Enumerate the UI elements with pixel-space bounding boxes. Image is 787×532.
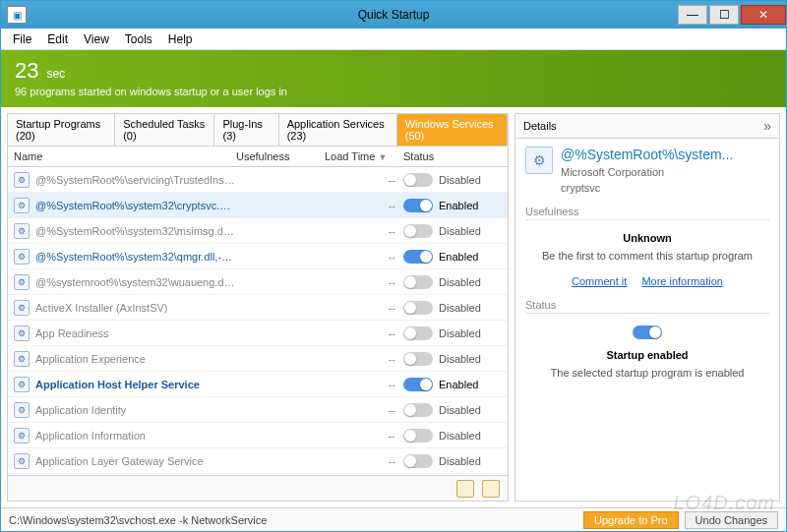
table-row[interactable]: ⚙Application Layer Gateway Service--Disa… (8, 448, 508, 474)
service-list[interactable]: ⚙@%SystemRoot%\servicing\TrustedInstalle… (8, 167, 508, 475)
status-toggle[interactable] (403, 403, 433, 417)
more-info-link[interactable]: More information (641, 275, 723, 287)
status-toggle[interactable] (403, 250, 433, 264)
status-text: Disabled (439, 404, 481, 416)
tab-4[interactable]: Windows Services (50) (397, 114, 508, 146)
row-status: Enabled (403, 250, 502, 264)
row-name: @%SystemRoot%\system32\qmgr.dll,-1000 (35, 251, 236, 263)
table-row[interactable]: ⚙@%SystemRoot%\system32\cryptsvc.dll,-1.… (8, 193, 508, 218)
status-toggle[interactable] (403, 301, 433, 315)
status-toggle[interactable] (403, 429, 433, 443)
table-row[interactable]: ⚙Application Host Helper Service--Enable… (8, 372, 508, 397)
status-text: Enabled (439, 379, 478, 390)
row-loadtime: -- (325, 327, 403, 339)
usefulness-desc: Be the first to comment this startup pro… (525, 250, 769, 262)
tab-2[interactable]: Plug-Ins (3) (214, 114, 278, 146)
status-section-label: Status (525, 299, 769, 314)
menu-edit[interactable]: Edit (39, 30, 76, 48)
seconds-value: 23 (15, 58, 38, 83)
row-status: Enabled (403, 199, 502, 212)
menu-file[interactable]: File (5, 30, 39, 48)
details-status-toggle[interactable] (633, 325, 662, 339)
refresh-icon[interactable] (456, 480, 474, 498)
table-row[interactable]: ⚙ActiveX Installer (AxInstSV)--Disabled (8, 295, 508, 321)
status-toggle[interactable] (403, 378, 433, 391)
seconds-unit: sec (47, 67, 66, 81)
col-name[interactable]: Name (14, 150, 236, 162)
status-toggle[interactable] (403, 326, 433, 340)
tab-1[interactable]: Scheduled Tasks (0) (115, 114, 214, 146)
row-name: @%systemroot%\system32\wuaueng.dll,-105 (35, 276, 236, 288)
table-row[interactable]: ⚙Application Experience--Disabled (8, 346, 508, 372)
row-name: App Readiness (35, 327, 236, 339)
startup-seconds: 23 sec (15, 60, 772, 82)
details-header-label: Details (523, 120, 557, 132)
menu-tools[interactable]: Tools (117, 30, 160, 48)
service-icon: ⚙ (525, 147, 553, 174)
status-desc: The selected startup program is enabled (525, 367, 769, 379)
details-panel: Details » ⚙ @%SystemRoot%\system... Micr… (515, 113, 780, 502)
row-name: Application Experience (35, 353, 236, 365)
minimize-button[interactable]: — (678, 5, 707, 25)
comment-link[interactable]: Comment it (572, 275, 627, 287)
upgrade-button[interactable]: Upgrade to Pro (583, 511, 679, 529)
row-status: Disabled (403, 326, 502, 340)
window-controls: — ☐ ✕ (676, 5, 786, 25)
sort-arrow-icon: ▼ (378, 152, 387, 162)
row-loadtime: -- (325, 379, 403, 390)
status-text: Disabled (439, 225, 481, 237)
list-footer (8, 475, 508, 501)
close-button[interactable]: ✕ (741, 5, 786, 25)
table-row[interactable]: ⚙@%systemroot%\system32\wuaueng.dll,-105… (8, 269, 508, 295)
undo-button[interactable]: Undo Changes (685, 511, 778, 529)
menu-help[interactable]: Help (160, 30, 201, 48)
menu-view[interactable]: View (76, 30, 117, 48)
service-item-icon: ⚙ (14, 223, 30, 239)
service-item-icon: ⚙ (14, 198, 30, 213)
window-title: Quick Startup (1, 8, 786, 22)
summary-banner: 23 sec 96 programs started on windows st… (1, 50, 786, 107)
table-row[interactable]: ⚙@%SystemRoot%\system32\msimsg.dll,-27--… (8, 218, 508, 244)
maximize-button[interactable]: ☐ (709, 5, 739, 25)
table-row[interactable]: ⚙@%SystemRoot%\servicing\TrustedInstalle… (8, 167, 508, 193)
summary-subtitle: 96 programs started on windows startup o… (15, 86, 772, 97)
expand-icon[interactable]: » (763, 118, 771, 134)
tab-0[interactable]: Startup Programs (20) (8, 114, 115, 146)
status-text: Disabled (439, 276, 481, 288)
list-panel: Startup Programs (20)Scheduled Tasks (0)… (7, 113, 509, 502)
col-status[interactable]: Status (403, 150, 502, 162)
details-vendor: Microsoft Corporation (561, 166, 769, 178)
content-area: Startup Programs (20)Scheduled Tasks (0)… (1, 107, 786, 507)
row-name: @%SystemRoot%\system32\cryptsvc.dll,-1..… (35, 200, 236, 211)
row-loadtime: -- (325, 430, 403, 442)
row-name: Application Identity (35, 404, 236, 416)
status-path: C:\Windows\system32\svchost.exe -k Netwo… (9, 514, 267, 526)
status-text: Disabled (439, 430, 481, 442)
status-toggle[interactable] (403, 352, 433, 366)
table-row[interactable]: ⚙App Readiness--Disabled (8, 321, 508, 346)
row-loadtime: -- (325, 200, 403, 211)
col-usefulness[interactable]: Usefulness (236, 150, 325, 162)
status-toggle[interactable] (403, 224, 433, 238)
service-item-icon: ⚙ (14, 351, 30, 367)
row-loadtime: -- (325, 353, 403, 365)
status-toggle[interactable] (403, 199, 433, 212)
service-item-icon: ⚙ (14, 428, 30, 443)
status-toggle[interactable] (403, 454, 433, 468)
row-name: @%SystemRoot%\system32\msimsg.dll,-27 (35, 225, 236, 237)
table-row[interactable]: ⚙Application Information--Disabled (8, 423, 508, 448)
row-status: Disabled (403, 301, 502, 315)
tab-3[interactable]: Application Services (23) (279, 114, 397, 146)
status-text: Enabled (439, 251, 478, 263)
row-name: @%SystemRoot%\servicing\TrustedInstaller… (35, 174, 236, 186)
status-toggle[interactable] (403, 275, 433, 289)
col-loadtime[interactable]: Load Time ▼ (325, 150, 403, 162)
status-toggle[interactable] (403, 173, 433, 187)
row-status: Disabled (403, 454, 502, 468)
row-name: Application Host Helper Service (35, 379, 236, 390)
search-icon[interactable] (482, 480, 500, 498)
row-loadtime: -- (325, 276, 403, 288)
table-row[interactable]: ⚙Application Identity--Disabled (8, 397, 508, 423)
table-row[interactable]: ⚙@%SystemRoot%\system32\qmgr.dll,-1000--… (8, 244, 508, 269)
menubar: File Edit View Tools Help (1, 29, 786, 50)
